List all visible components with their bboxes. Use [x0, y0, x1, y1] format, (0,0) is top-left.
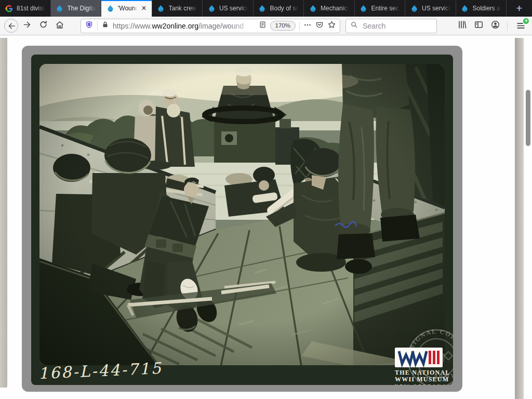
drupal-favicon — [207, 4, 216, 12]
new-tab-button[interactable]: + — [507, 0, 532, 17]
navigation-toolbar: https://www.ww2online.org/image/wound 17… — [0, 17, 532, 35]
tab-title: Tank crew — [169, 5, 198, 12]
tab-title: US service — [219, 5, 248, 12]
tab-title: Body of so — [270, 5, 299, 12]
tab-entire-section[interactable]: Entire sect — [355, 0, 406, 17]
bookmark-star-icon[interactable] — [327, 20, 336, 31]
drupal-favicon — [157, 4, 165, 12]
drupal-favicon — [360, 4, 368, 12]
reload-button[interactable] — [35, 18, 51, 34]
wwii-photograph[interactable]: SIGNAL CORPS U.S. ARMY THE NATIONAL WWII… — [31, 55, 453, 385]
tab-81st-division[interactable]: 81st divisio — [0, 0, 51, 17]
url-text: https://www.ww2online.org/image/wound — [113, 22, 255, 30]
wwii-museum-watermark: THE NATIONAL WWII MUSEUM NEW ORLEANS — [395, 348, 450, 385]
tab-us-service-1[interactable]: US service — [203, 0, 254, 17]
tab-wound-active[interactable]: 'Wound × — [101, 0, 152, 17]
forward-button[interactable] — [19, 18, 35, 34]
tab-title: Mechanics — [321, 5, 350, 12]
pocket-icon[interactable] — [315, 21, 324, 31]
home-icon — [55, 20, 64, 32]
photo-lightbox-container: SIGNAL CORPS U.S. ARMY THE NATIONAL WWII… — [22, 46, 462, 392]
page-background-edge-left — [0, 38, 7, 388]
update-available-badge — [523, 18, 529, 24]
browser-content-area: SIGNAL CORPS U.S. ARMY THE NATIONAL WWII… — [0, 35, 532, 399]
drupal-favicon — [309, 4, 317, 12]
zoom-level-badge[interactable]: 170% — [270, 21, 296, 31]
tab-title: Soldiers ac — [473, 5, 502, 12]
tab-title: US service — [422, 5, 451, 12]
account-icon[interactable] — [490, 20, 500, 32]
watermark-line3: NEW ORLEANS — [395, 383, 447, 385]
tab-close-icon[interactable]: × — [141, 4, 147, 12]
menu-button[interactable] — [514, 20, 527, 32]
home-button[interactable] — [51, 18, 68, 34]
lock-icon — [101, 21, 109, 31]
toolbar-divider — [507, 21, 508, 31]
back-button[interactable] — [3, 18, 19, 34]
tab-tank-crew[interactable]: Tank crew — [152, 0, 203, 17]
watermark-line2: WWII MUSEUM — [395, 376, 449, 383]
tab-title: Entire sect — [371, 5, 401, 12]
tab-bar: 81st divisio The Digital 'Wound × Tank c… — [0, 0, 532, 17]
tab-body-of-soldier[interactable]: Body of so — [254, 0, 304, 17]
urlbar-divider — [97, 21, 98, 31]
url-path: /image/wound — [198, 22, 244, 30]
library-icon[interactable] — [457, 20, 467, 32]
back-icon — [4, 19, 18, 33]
drupal-favicon — [258, 4, 267, 12]
url-bar[interactable]: https://www.ww2online.org/image/wound 17… — [81, 19, 340, 33]
drupal-favicon — [410, 4, 418, 12]
page-actions-icon[interactable] — [303, 21, 312, 31]
tab-soldiers-across[interactable]: Soldiers ac — [456, 0, 507, 17]
search-bar[interactable] — [345, 19, 437, 33]
drupal-favicon — [56, 4, 64, 12]
search-input[interactable] — [362, 21, 421, 31]
vertical-scrollbar-thumb[interactable] — [526, 90, 530, 146]
reader-mode-icon[interactable] — [259, 21, 267, 31]
tab-mechanics[interactable]: Mechanics — [304, 0, 355, 17]
tab-the-digital[interactable]: The Digital — [51, 0, 102, 17]
urlbar-divider — [299, 21, 300, 31]
photo-scene — [39, 64, 445, 385]
tab-title: 'Wound — [118, 5, 137, 12]
tab-title: The Digital — [68, 5, 97, 12]
reload-icon — [39, 20, 48, 31]
sidebar-toggle-icon[interactable] — [474, 20, 484, 32]
url-domain: ww2online.org — [152, 22, 198, 30]
google-favicon — [5, 4, 13, 12]
search-icon — [350, 21, 358, 31]
tab-title: 81st divisio — [17, 5, 46, 12]
tab-us-service-2[interactable]: US service — [405, 0, 456, 17]
url-scheme: https://www. — [113, 22, 152, 30]
drupal-favicon — [106, 4, 114, 12]
tracking-protection-shield-icon[interactable] — [85, 20, 94, 31]
drupal-favicon — [461, 4, 469, 12]
toolbar-right-icons — [457, 20, 529, 32]
page-background-edge-right — [515, 38, 524, 399]
forward-icon — [23, 20, 32, 31]
watermark-line1: THE NATIONAL — [395, 369, 450, 376]
